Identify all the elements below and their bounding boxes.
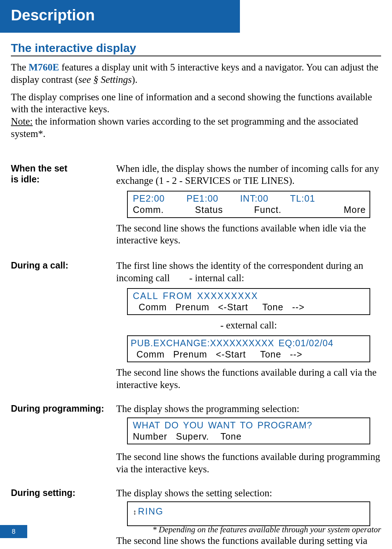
idle-heading: When the set is idle: [11,163,116,185]
intro-paragraph-1: The M760E features a display unit with 5… [11,61,381,86]
display-line-1: WHAT DO YOU WANT TO PROGRAM? [133,420,366,431]
display-line-2: Number Superv. Tone [133,431,366,442]
page-number: 8 [0,525,27,538]
display-cell [337,193,366,204]
page-header-title: Description [11,7,95,24]
note-label: Note: [11,116,33,127]
call-display-external: PUB.EXCHANGE:XXXXXXXXXX EQ:01/02/04 Comm… [127,335,370,363]
programming-section: During programming: The display shows th… [11,403,381,479]
setting-text-2: The second line shows the functions avai… [116,535,381,549]
display-line-1: PUB.EXCHANGE:XXXXXXXXXX EQ:01/02/04 [131,338,369,349]
setting-heading: During setting: [11,487,116,498]
display-cell: PE2:00 [133,193,165,204]
call-heading: During a call: [11,260,116,271]
idle-display: PE2:00 PE1:00 INT:00 TL:01 Comm. Status … [127,191,370,218]
footnote: * Depending on the features available th… [152,525,381,534]
display-line-1: CALL FROM XXXXXXXXX [133,290,366,302]
setting-section: During setting: The display shows the se… [11,487,381,549]
display-cell: PE1:00 [187,193,219,204]
note-text: the information shown varies according t… [11,116,358,139]
display-cell: Comm. [133,204,164,215]
text: - internal call: [189,273,244,283]
call-section: During a call: The first line shows the … [11,260,381,395]
text: The [11,62,29,73]
intro-paragraph-2: The display comprises one line of inform… [11,91,381,140]
call-mid-note: - external call: [116,319,381,332]
text: is idle: [11,174,40,184]
text: The display comprises one line of inform… [11,92,372,115]
idle-text-2: The second line shows the functions avai… [116,222,381,247]
display-cell: More [344,204,366,215]
programming-text-1: The display shows the programming select… [116,403,381,415]
display-line-1: RING [138,506,164,516]
product-name: M760E [29,62,59,73]
display-cell: Status [195,204,223,215]
display-line-2: Comm Prenum <-Start Tone --> [131,349,369,360]
programming-text-2: The second line shows the functions avai… [116,451,381,476]
idle-section: When the set is idle: When idle, the dis… [11,163,381,251]
setting-text-1: The display shows the setting selection: [116,487,381,500]
display-cell: Funct. [254,204,281,215]
content-area: The interactive display The M760E featur… [11,39,381,549]
text: When the set [11,163,68,173]
display-cell: TL:01 [290,193,315,204]
display-cell: INT:00 [240,193,268,204]
programming-display: WHAT DO YOU WANT TO PROGRAM? Number Supe… [127,417,370,445]
call-display-internal: CALL FROM XXXXXXXXX Comm Prenum <-Start … [127,288,370,315]
display-line-2: Comm Prenum <-Start Tone --> [133,302,366,313]
text: features a display unit with 5 interacti… [11,62,378,85]
idle-text-1: When idle, the display shows the number … [116,163,381,187]
setting-display: ↕RING [127,501,370,526]
call-text-1: The first line shows the identity of the… [116,260,381,284]
up-down-arrow-icon: ↕ [133,508,136,517]
programming-heading: During programming: [11,403,116,414]
text: ). [132,74,138,85]
call-text-2: The second line shows the functions avai… [116,367,381,391]
settings-reference: see § Settings [78,74,132,85]
section-title: The interactive display [11,41,381,56]
